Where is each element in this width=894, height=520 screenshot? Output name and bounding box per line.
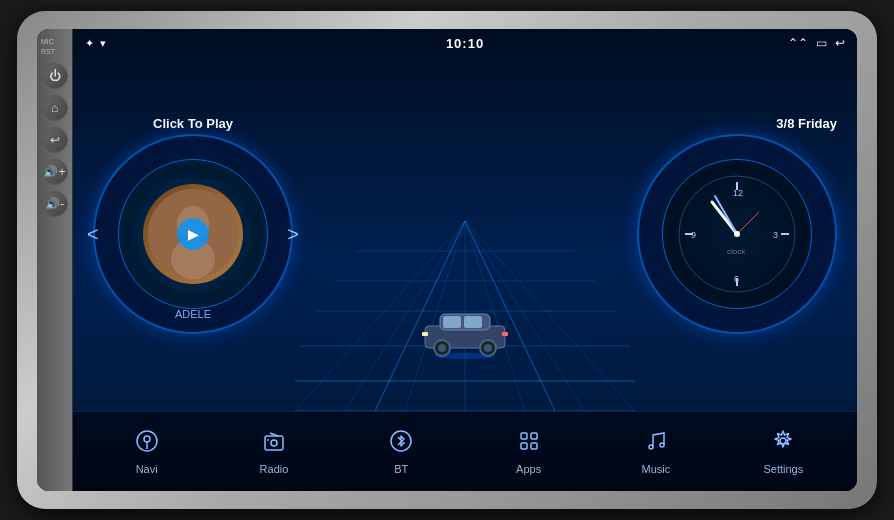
window-icon: ▭ xyxy=(816,36,827,50)
side-buttons: MIC RST ⏻ ⌂ ↩ 🔊+ 🔊- xyxy=(37,29,73,491)
music-icon xyxy=(644,429,668,459)
date-label: 3/8 Friday xyxy=(776,116,837,131)
power-button[interactable]: ⏻ xyxy=(42,63,68,89)
svg-point-45 xyxy=(144,436,150,442)
svg-rect-52 xyxy=(521,443,527,449)
svg-line-40 xyxy=(715,196,737,234)
svg-point-47 xyxy=(271,440,277,446)
road-grid xyxy=(295,191,635,411)
svg-rect-53 xyxy=(531,443,537,449)
music-ring-inner: ▶ xyxy=(118,159,268,309)
album-art[interactable]: ▶ xyxy=(143,184,243,284)
back-nav-icon: ↩ xyxy=(835,36,845,50)
svg-point-22 xyxy=(484,344,492,352)
prev-button[interactable]: < xyxy=(87,223,99,246)
svg-rect-23 xyxy=(422,332,428,336)
navi-label: Navi xyxy=(136,463,158,475)
music-label: Music xyxy=(642,463,671,475)
main-content: Click To Play ▶ xyxy=(73,57,857,411)
svg-text:12: 12 xyxy=(733,188,743,198)
device-inner: MIC RST ⏻ ⌂ ↩ 🔊+ 🔊- ✦ ▾ 10:10 ⌃⌃ ▭ ↩ xyxy=(37,29,857,491)
volume-up-button[interactable]: 🔊+ xyxy=(42,159,68,185)
nav-settings[interactable]: Settings xyxy=(748,429,818,475)
bt-label: BT xyxy=(394,463,408,475)
svg-point-55 xyxy=(660,443,664,447)
svg-rect-51 xyxy=(531,433,537,439)
nav-apps[interactable]: Apps xyxy=(494,429,564,475)
song-name: ADELE xyxy=(175,308,211,320)
settings-label: Settings xyxy=(763,463,803,475)
nav-music[interactable]: Music xyxy=(621,429,691,475)
back-button[interactable]: ↩ xyxy=(42,127,68,153)
svg-line-41 xyxy=(737,212,759,234)
apps-label: Apps xyxy=(516,463,541,475)
volume-down-button[interactable]: 🔊- xyxy=(42,191,68,217)
status-bar: ✦ ▾ 10:10 ⌃⌃ ▭ ↩ xyxy=(73,29,857,57)
status-icons-left: ✦ ▾ xyxy=(85,37,106,50)
svg-rect-18 xyxy=(464,316,482,328)
clock-face: 12 3 6 9 xyxy=(677,174,797,294)
navi-icon xyxy=(135,429,159,459)
car-icon xyxy=(420,306,510,361)
home-button[interactable]: ⌂ xyxy=(42,95,68,121)
svg-rect-46 xyxy=(265,436,283,450)
mic-rst-labels: MIC RST xyxy=(37,37,72,57)
device-outer: MIC RST ⏻ ⌂ ↩ 🔊+ 🔊- ✦ ▾ 10:10 ⌃⌃ ▭ ↩ xyxy=(17,11,877,509)
svg-point-42 xyxy=(734,231,740,237)
wifi-icon: ▾ xyxy=(100,37,106,50)
svg-text:3: 3 xyxy=(773,230,778,240)
svg-text:9: 9 xyxy=(691,230,696,240)
svg-text:clock: clock xyxy=(727,247,746,256)
svg-rect-50 xyxy=(521,433,527,439)
music-ring-outer: ▶ < > xyxy=(93,134,293,334)
svg-point-54 xyxy=(649,445,653,449)
settings-icon xyxy=(771,429,795,459)
music-widget: Click To Play ▶ xyxy=(93,134,293,334)
next-button[interactable]: > xyxy=(287,223,299,246)
apps-icon xyxy=(517,429,541,459)
svg-point-20 xyxy=(438,344,446,352)
status-time: 10:10 xyxy=(446,36,484,51)
main-screen: ✦ ▾ 10:10 ⌃⌃ ▭ ↩ xyxy=(73,29,857,491)
bottom-nav: Navi Radio xyxy=(73,411,857,491)
clock-ring-inner: 12 3 6 9 xyxy=(662,159,812,309)
click-to-play-label[interactable]: Click To Play xyxy=(153,116,233,131)
svg-text:6: 6 xyxy=(734,274,739,284)
clock-ring-outer: 12 3 6 9 xyxy=(637,134,837,334)
radio-icon xyxy=(262,429,286,459)
svg-rect-17 xyxy=(443,316,461,328)
chevron-up-icon: ⌃⌃ xyxy=(788,36,808,50)
bluetooth-icon: ✦ xyxy=(85,37,94,50)
nav-navi[interactable]: Navi xyxy=(112,429,182,475)
nav-bt[interactable]: BT xyxy=(366,429,436,475)
play-button[interactable]: ▶ xyxy=(177,218,209,250)
clock-widget: 3/8 Friday xyxy=(637,134,837,334)
svg-rect-24 xyxy=(502,332,508,336)
status-icons-right: ⌃⌃ ▭ ↩ xyxy=(788,36,845,50)
svg-point-25 xyxy=(435,353,495,359)
bt-icon xyxy=(389,429,413,459)
radio-label: Radio xyxy=(260,463,289,475)
nav-radio[interactable]: Radio xyxy=(239,429,309,475)
